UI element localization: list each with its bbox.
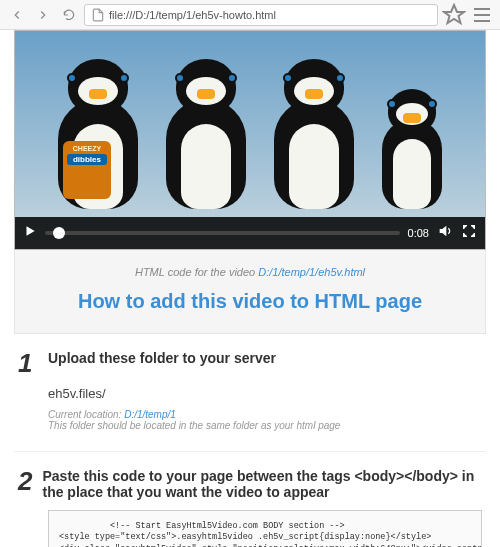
step-2: 2 Paste this code to your page between t… xyxy=(14,452,486,547)
file-icon xyxy=(91,8,105,22)
forward-button[interactable] xyxy=(32,4,54,26)
page-content: CHEEZY dibbles 0:08 HTML code for the vi… xyxy=(0,30,500,547)
play-button[interactable] xyxy=(23,224,37,242)
step-2-title: Paste this code to your page between the… xyxy=(42,468,482,500)
video-caption: HTML code for the video D:/1/temp/1/eh5v… xyxy=(25,266,475,278)
back-button[interactable] xyxy=(6,4,28,26)
menu-button[interactable] xyxy=(470,4,494,26)
video-controls: 0:08 xyxy=(15,217,485,249)
browser-toolbar: file:///D:/1/temp/1/eh5v-howto.html xyxy=(0,0,500,30)
step-1-note: This folder should be located in the sam… xyxy=(48,420,482,431)
video-source-link[interactable]: D:/1/temp/1/eh5v.html xyxy=(258,266,365,278)
volume-button[interactable] xyxy=(437,223,453,243)
step-1-number: 1 xyxy=(18,350,38,376)
current-location: Current location: D:/1/temp/1 xyxy=(48,409,482,420)
caption-area: HTML code for the video D:/1/temp/1/eh5v… xyxy=(14,250,486,334)
progress-bar[interactable] xyxy=(45,231,400,235)
video-player[interactable]: CHEEZY dibbles 0:08 xyxy=(14,30,486,250)
step-1-title: Upload these folder to your server xyxy=(48,350,276,366)
fullscreen-button[interactable] xyxy=(461,223,477,243)
embed-code[interactable]: <!-- Start EasyHtml5Video.com BODY secti… xyxy=(48,510,482,547)
url-text: file:///D:/1/temp/1/eh5v-howto.html xyxy=(109,9,276,21)
bookmark-button[interactable] xyxy=(442,4,466,26)
progress-knob[interactable] xyxy=(53,227,65,239)
page-title: How to add this video to HTML page xyxy=(25,290,475,313)
location-link[interactable]: D:/1/temp/1 xyxy=(124,409,176,420)
step-1: 1 Upload these folder to your server eh5… xyxy=(14,334,486,452)
step-2-number: 2 xyxy=(18,468,32,494)
url-bar[interactable]: file:///D:/1/temp/1/eh5v-howto.html xyxy=(84,4,438,26)
video-time: 0:08 xyxy=(408,227,429,239)
snack-bag: CHEEZY dibbles xyxy=(63,141,111,199)
reload-button[interactable] xyxy=(58,4,80,26)
folder-name: eh5v.files/ xyxy=(48,386,482,401)
